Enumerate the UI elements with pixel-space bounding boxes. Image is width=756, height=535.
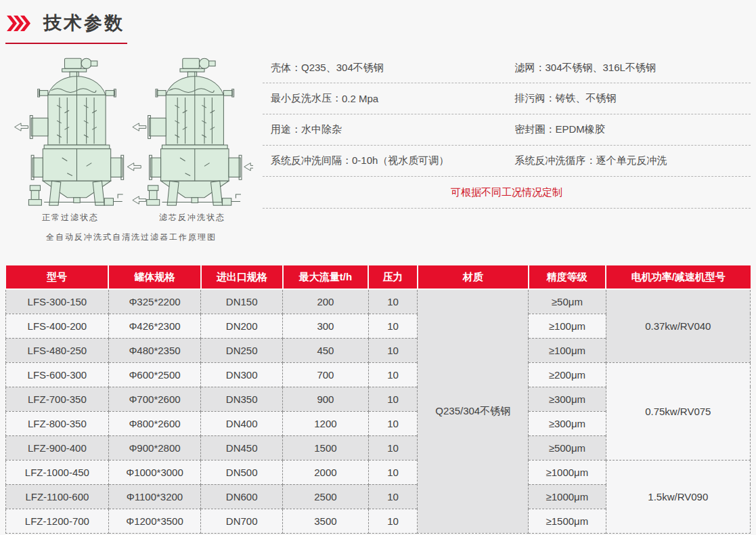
cell-precision: ≥1000μm <box>529 460 606 484</box>
spec-value: 逐个单元反冲洗 <box>596 154 667 167</box>
cell-material: Q235/304不锈钢 <box>418 289 529 533</box>
cell-model: LFZ-700-350 <box>6 387 109 411</box>
cell-pressure: 10 <box>368 387 418 411</box>
spec-label: 滤网： <box>515 62 546 74</box>
cell-pressure: 10 <box>368 460 418 484</box>
spec-row: 系统反冲洗间隔：0-10h（视水质可调）系统反冲洗循序：逐个单元反冲洗 <box>263 146 751 177</box>
cell-pressure: 10 <box>368 314 418 338</box>
cell-precision: ≥300μm <box>529 411 606 435</box>
cell-max-flow: 3500 <box>283 509 369 533</box>
spec-value: 0.2 Mpa <box>342 93 378 104</box>
spec-item: 密封圈：EPDM橡胶 <box>507 123 751 136</box>
cell-pressure: 10 <box>368 484 418 509</box>
spec-value: Q235、304不锈钢 <box>301 62 384 74</box>
spec-value: 铸铁、不锈钢 <box>556 92 617 105</box>
cell-model: LFS-480-250 <box>6 338 109 362</box>
filter-diagram: 正常过滤状态 滤芯反冲洗状态 全自动反冲洗式自清洗过滤器工作原理图 <box>0 53 263 243</box>
vessel-normal-filtration <box>28 58 123 205</box>
cell-pressure: 10 <box>368 362 418 387</box>
cell-motor-power: 1.5kw/RV090 <box>606 460 750 533</box>
column-header: 精度等级 <box>529 265 606 289</box>
filter-diagram-drawing <box>9 53 253 215</box>
table-row: LFZ-1000-450Φ1000*3000DN500200010≥1000μm… <box>6 460 751 484</box>
cell-precision: ≥300μm <box>529 387 606 411</box>
spec-item: 排污阀：铸铁、不锈钢 <box>507 92 751 105</box>
cell-model: LFZ-800-350 <box>6 411 109 435</box>
spec-label: 用途： <box>271 123 301 136</box>
spec-label: 系统反冲洗间隔： <box>271 154 352 167</box>
cell-model: LFZ-1200-700 <box>6 509 109 533</box>
cell-port-spec: DN200 <box>201 314 283 338</box>
cell-tank-spec: Φ1100*3200 <box>108 484 200 509</box>
cell-model: LFS-300-150 <box>6 289 109 314</box>
spec-item: 最小反洗水压：0.2 Mpa <box>263 92 507 105</box>
cell-max-flow: 2000 <box>283 460 369 484</box>
cell-model: LFZ-900-400 <box>6 435 109 460</box>
table-header-row: 型号罐体规格进出口规格最大流量t/h压力材质精度等级电机功率/减速机型号 <box>6 265 751 289</box>
cell-port-spec: DN250 <box>201 338 283 362</box>
cell-precision: ≥500μm <box>529 435 606 460</box>
cell-tank-spec: Φ600*2500 <box>108 362 200 387</box>
cell-precision: ≥1000μm <box>529 484 606 509</box>
page: 技术参数 <box>0 0 756 535</box>
spec-label: 系统反冲洗循序： <box>515 154 596 167</box>
cell-max-flow: 900 <box>283 387 369 411</box>
column-header: 型号 <box>6 265 109 289</box>
column-header: 压力 <box>368 265 418 289</box>
cell-precision: ≥100μm <box>529 338 606 362</box>
flow-arrow-out-left-vessel <box>15 123 28 131</box>
spec-label: 壳体： <box>271 62 301 74</box>
cell-motor-power: 0.75kw/RV075 <box>606 362 750 460</box>
cell-max-flow: 1500 <box>283 435 369 460</box>
cell-tank-spec: Φ700*2600 <box>108 387 200 411</box>
spec-row: 壳体：Q235、304不锈钢滤网：304不锈钢、316L不锈钢 <box>263 53 751 83</box>
cell-precision: ≥200μm <box>529 362 606 387</box>
cell-model: LFZ-1100-600 <box>6 484 109 509</box>
flow-arrow-in-right-vessel <box>244 163 253 171</box>
flow-arrow-drain-right-vessel <box>133 196 146 204</box>
spec-label: 最小反洗水压： <box>271 92 342 105</box>
column-header: 材质 <box>418 265 529 289</box>
spec-item: 系统反冲洗循序：逐个单元反冲洗 <box>507 154 751 167</box>
cell-pressure: 10 <box>368 338 418 362</box>
cell-tank-spec: Φ1200*3500 <box>108 509 200 533</box>
cell-model: LFS-600-300 <box>6 362 109 387</box>
chevrons-icon <box>7 16 31 31</box>
cell-max-flow: 700 <box>283 362 369 387</box>
cell-port-spec: DN150 <box>201 289 283 314</box>
spec-row: 最小反洗水压：0.2 Mpa排污阀：铸铁、不锈钢 <box>263 83 751 114</box>
cell-precision: ≥1500μm <box>529 509 606 533</box>
page-title: 技术参数 <box>43 11 125 35</box>
cell-tank-spec: Φ325*2200 <box>108 289 200 314</box>
cell-pressure: 10 <box>368 411 418 435</box>
diagram-caption-right: 滤芯反冲洗状态 <box>131 212 253 223</box>
flow-arrow-out-right-vessel <box>133 123 146 131</box>
cell-tank-spec: Φ800*2600 <box>108 411 200 435</box>
column-header: 电机功率/减速机型号 <box>606 265 750 289</box>
cell-precision: ≥100μm <box>529 314 606 338</box>
cell-port-spec: DN350 <box>201 387 283 411</box>
cell-model: LFZ-1000-450 <box>6 460 109 484</box>
cell-max-flow: 450 <box>283 338 369 362</box>
spec-value: 0-10h（视水质可调） <box>352 154 449 167</box>
customization-note: 可根据不同工况情况定制 <box>263 177 751 209</box>
cell-max-flow: 300 <box>283 314 369 338</box>
cell-tank-spec: Φ1000*3000 <box>108 460 200 484</box>
spec-item: 滤网：304不锈钢、316L不锈钢 <box>507 62 751 74</box>
spec-row: 用途：水中除杂密封圈：EPDM橡胶 <box>263 114 751 146</box>
page-header: 技术参数 <box>0 0 756 44</box>
title-underline <box>5 43 127 44</box>
spec-value: 304不锈钢、316L不锈钢 <box>546 62 656 74</box>
cell-precision: ≥50μm <box>529 289 606 314</box>
cell-max-flow: 1200 <box>283 411 369 435</box>
cell-pressure: 10 <box>368 435 418 460</box>
column-header: 最大流量t/h <box>283 265 369 289</box>
cell-pressure: 10 <box>368 289 418 314</box>
table-row: LFS-600-300Φ600*2500DN30070010≥200μm0.75… <box>6 362 751 387</box>
spec-item: 系统反冲洗间隔：0-10h（视水质可调） <box>263 154 507 167</box>
flow-arrow-in-left-vessel <box>127 163 141 171</box>
table-row: LFS-300-150Φ325*2200DN15020010Q235/304不锈… <box>6 289 751 314</box>
cell-max-flow: 2500 <box>283 484 369 509</box>
cell-port-spec: DN400 <box>201 411 283 435</box>
content-section: 正常过滤状态 滤芯反冲洗状态 全自动反冲洗式自清洗过滤器工作原理图 壳体：Q23… <box>0 53 756 243</box>
